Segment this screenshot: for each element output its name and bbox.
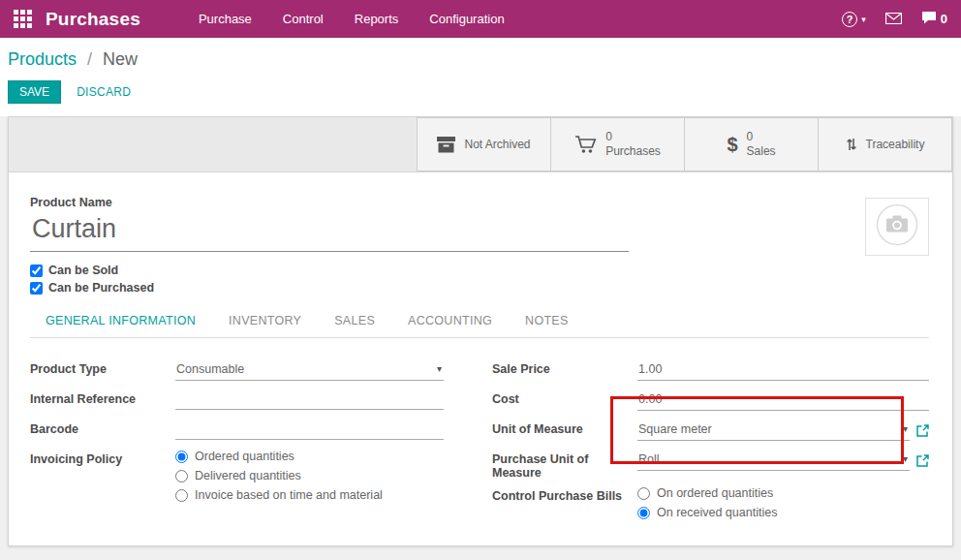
- discard-button[interactable]: DISCARD: [69, 81, 139, 103]
- chevron-down-icon: ▾: [903, 424, 908, 434]
- radio-ordered-quantities: Ordered quantities: [175, 450, 444, 463]
- time-material-radio[interactable]: [175, 489, 188, 502]
- message-count-badge: 0: [941, 12, 947, 26]
- product-type-select[interactable]: Consumable ▾: [175, 359, 444, 381]
- sales-stat-button[interactable]: $ 0 Sales: [684, 117, 819, 171]
- help-icon: ?: [842, 12, 857, 27]
- delivered-quantities-radio[interactable]: [175, 470, 188, 482]
- top-menu: Purchase Control Reports Configuration: [187, 6, 516, 32]
- traceability-label: Traceability: [866, 138, 925, 151]
- product-name-label: Product Name: [30, 196, 629, 209]
- product-type-value: Consumable: [176, 362, 244, 376]
- can-be-purchased-checkbox[interactable]: [30, 282, 43, 295]
- dollar-icon: $: [727, 134, 737, 156]
- ordered-quantities-label: Ordered quantities: [195, 450, 294, 463]
- menu-purchase[interactable]: Purchase: [187, 6, 264, 32]
- time-material-label: Invoice based on time and material: [195, 488, 383, 502]
- chevron-down-icon: ▾: [437, 364, 442, 374]
- barcode-label: Barcode: [30, 420, 175, 436]
- tab-general-information[interactable]: GENERAL INFORMATION: [46, 314, 196, 327]
- can-be-purchased-label: Can be Purchased: [48, 281, 154, 295]
- archive-box-icon: [437, 137, 455, 153]
- menu-control[interactable]: Control: [271, 6, 335, 32]
- discuss-button[interactable]: 0: [921, 11, 947, 27]
- traceability-button[interactable]: Traceability: [818, 117, 952, 171]
- left-column: Product Type Consumable ▾ Internal Refer…: [30, 359, 467, 532]
- purchase-uom-internal-link-icon[interactable]: [916, 454, 929, 467]
- menu-reports[interactable]: Reports: [343, 6, 411, 32]
- on-ordered-label: On ordered quantities: [657, 486, 773, 500]
- can-be-sold-checkbox[interactable]: [30, 264, 43, 277]
- menu-configuration[interactable]: Configuration: [418, 6, 515, 32]
- chevron-down-icon: ▾: [903, 454, 908, 464]
- sales-label: Sales: [747, 144, 776, 159]
- app-title[interactable]: Purchases: [46, 9, 140, 30]
- internal-reference-label: Internal Reference: [30, 389, 175, 406]
- invoicing-policy-radios: Ordered quantities Delivered quantities …: [175, 450, 444, 508]
- can-be-sold-row: Can be Sold: [30, 264, 629, 277]
- uom-value: Square meter: [638, 422, 712, 436]
- purchases-label: Purchases: [605, 144, 661, 159]
- breadcrumb-separator: /: [87, 49, 92, 69]
- delivered-quantities-label: Delivered quantities: [195, 469, 301, 482]
- screen: Purchases Purchase Control Reports Confi…: [0, 0, 961, 560]
- topbar: Purchases Purchase Control Reports Confi…: [0, 0, 961, 38]
- tab-sales[interactable]: SALES: [334, 314, 375, 327]
- sheet-body: Product Name Curtain Can be Sold Can be …: [9, 172, 952, 532]
- field-grid: Product Type Consumable ▾ Internal Refer…: [30, 359, 929, 532]
- radio-delivered-quantities: Delivered quantities: [175, 469, 444, 482]
- can-be-purchased-row: Can be Purchased: [30, 281, 629, 295]
- messages-button[interactable]: [885, 11, 902, 28]
- apps-menu-icon[interactable]: [14, 10, 32, 28]
- purchase-uom-label: Purchase Unit of Measure: [492, 450, 637, 480]
- sheet-header-strip: Not Archived 0 Purchases $ 0 Sales: [9, 117, 952, 172]
- product-type-label: Product Type: [30, 359, 175, 376]
- chat-bubble-icon: [921, 11, 937, 27]
- product-name-input[interactable]: Curtain: [30, 209, 629, 252]
- cost-input[interactable]: 0.00: [637, 389, 929, 411]
- sale-price-input[interactable]: 1.00: [637, 359, 929, 381]
- uom-select[interactable]: Square meter ▾: [637, 420, 910, 441]
- sale-purchase-checkboxes: Can be Sold Can be Purchased: [30, 264, 629, 295]
- control-panel: Products / New SAVE DISCARD: [0, 38, 961, 116]
- form-sheet: Not Archived 0 Purchases $ 0 Sales: [8, 116, 953, 546]
- on-received-label: On received quantities: [657, 506, 777, 519]
- purchase-uom-value: Roll: [638, 452, 660, 466]
- tab-inventory[interactable]: INVENTORY: [229, 314, 301, 327]
- purchase-uom-select[interactable]: Roll ▾: [637, 450, 910, 471]
- radio-on-received: On received quantities: [637, 506, 929, 519]
- barcode-input[interactable]: [175, 420, 444, 440]
- help-menu[interactable]: ? ▾: [842, 12, 866, 27]
- uom-internal-link-icon[interactable]: [916, 424, 929, 437]
- purchases-stat-button[interactable]: 0 Purchases: [550, 117, 685, 171]
- tab-notes[interactable]: NOTES: [525, 314, 569, 327]
- purchases-count: 0: [605, 130, 661, 144]
- archive-status-button[interactable]: Not Archived: [417, 117, 551, 171]
- control-bills-radios: On ordered quantities On received quanti…: [637, 486, 929, 525]
- product-image-placeholder[interactable]: [865, 198, 929, 256]
- right-column: Sale Price 1.00 Cost 0.00: [492, 359, 929, 532]
- stat-button-box: Not Archived 0 Purchases $ 0 Sales: [418, 117, 952, 171]
- up-down-arrows-icon: [846, 136, 857, 153]
- internal-reference-input[interactable]: [175, 389, 444, 410]
- uom-label: Unit of Measure: [492, 420, 637, 436]
- notebook-tabs: GENERAL INFORMATION INVENTORY SALES ACCO…: [30, 314, 929, 338]
- ordered-quantities-radio[interactable]: [175, 451, 188, 463]
- cost-value: 0.00: [638, 392, 662, 406]
- envelope-icon: [885, 11, 902, 28]
- chevron-down-icon: ▾: [861, 15, 866, 24]
- control-bills-label: Control Purchase Bills: [492, 486, 637, 503]
- on-ordered-radio[interactable]: [637, 487, 650, 500]
- radio-on-ordered: On ordered quantities: [637, 486, 929, 500]
- topbar-right: ? ▾ 0: [842, 11, 947, 28]
- sales-count: 0: [747, 130, 776, 144]
- archive-status-label: Not Archived: [464, 138, 530, 151]
- save-button[interactable]: SAVE: [8, 80, 61, 104]
- tab-accounting[interactable]: ACCOUNTING: [408, 314, 492, 327]
- breadcrumb-products[interactable]: Products: [8, 49, 77, 69]
- radio-time-material: Invoice based on time and material: [175, 488, 444, 502]
- invoicing-policy-label: Invoicing Policy: [30, 450, 175, 466]
- can-be-sold-label: Can be Sold: [48, 264, 118, 277]
- breadcrumb-current: New: [103, 49, 138, 69]
- on-received-radio[interactable]: [637, 507, 650, 519]
